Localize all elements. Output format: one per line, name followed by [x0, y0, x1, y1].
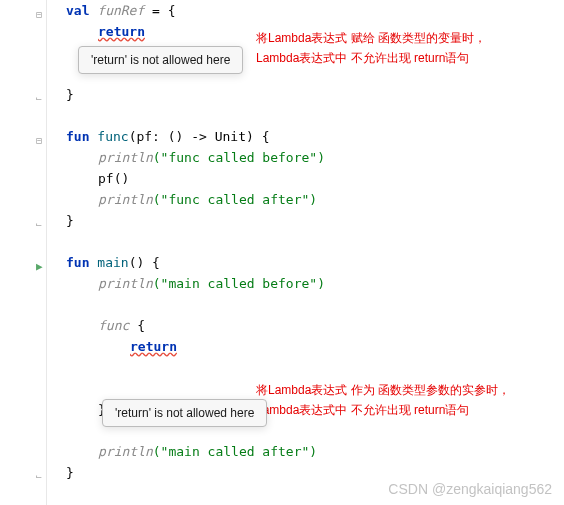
line-20: 20 [0, 357, 564, 378]
return-error: return [130, 339, 177, 354]
line-12: 12 println("func called after") [0, 189, 564, 210]
error-tooltip: 'return' is not allowed here [78, 46, 243, 74]
line-3: 3 ⊟ val funRef = { [0, 0, 564, 21]
line-10: 10 println("func called before") [0, 147, 564, 168]
watermark: CSDN @zengkaiqiang562 [388, 481, 552, 497]
return-error: return [98, 24, 145, 39]
line-14: 14 [0, 231, 564, 252]
line-19: 19 return [0, 336, 564, 357]
annotation: 将Lambda表达式 作为 函数类型参数的实参时， Lambda表达式中 不允许… [256, 380, 510, 420]
line-17: 17 [0, 294, 564, 315]
annotation: 将Lambda表达式 赋给 函数类型的变量时， Lambda表达式中 不允许出现… [256, 28, 486, 68]
line-9: 9 ⊟ fun func(pf: () -> Unit) { [0, 126, 564, 147]
error-tooltip: 'return' is not allowed here [102, 399, 267, 427]
line-25: 25 ⌙ } [0, 462, 564, 483]
line-13: 13 ⌙ } [0, 210, 564, 231]
line-11: 11 pf() [0, 168, 564, 189]
line-15: 15 ▶ fun main() { [0, 252, 564, 273]
line-16: 16 println("main called before") [0, 273, 564, 294]
line-24: 24 println("main called after") [0, 441, 564, 462]
line-7: 7 ⌙ } [0, 84, 564, 105]
line-8: 8 [0, 105, 564, 126]
line-18: 18 func { [0, 315, 564, 336]
line-23: 23 [0, 420, 564, 441]
code-area: 3 ⊟ val funRef = { 4 return 5 6 7 ⌙ } 8 … [0, 0, 564, 504]
